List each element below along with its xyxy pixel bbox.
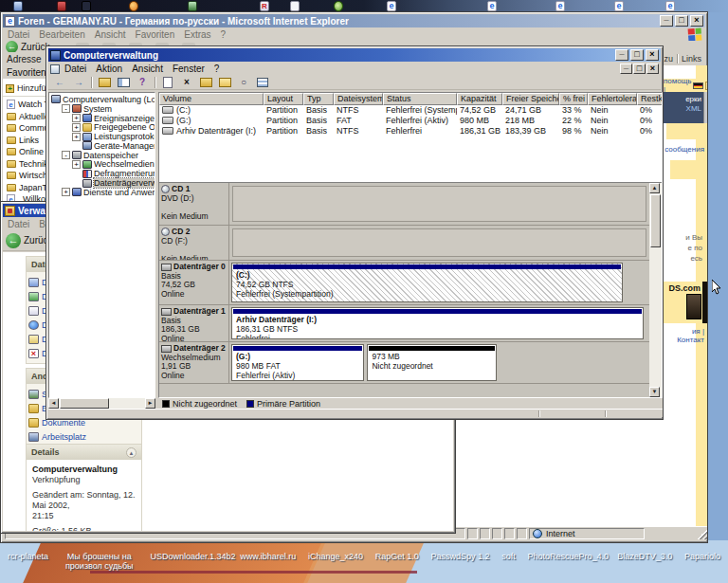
maximize-button[interactable] — [630, 49, 644, 61]
volume-row-c[interactable]: (C:)PartitionBasisNTFSFehlerfrei (System… — [159, 105, 663, 116]
menu-item-aktion[interactable]: Aktion — [91, 64, 127, 74]
banner-scrollbar[interactable] — [703, 92, 707, 123]
page-icon[interactable] — [290, 1, 300, 11]
menu-item-favoriten[interactable]: Favoriten — [131, 29, 180, 40]
menu-item-bearbeiten[interactable]: Bearbeiten — [34, 29, 89, 40]
tree-item-datentr-gerverwaltung[interactable]: Datenträgerverwaltung — [50, 178, 155, 188]
toolbar-button-find[interactable] — [235, 76, 252, 89]
close-child-button[interactable] — [646, 64, 659, 74]
toolbar-button-properties-folder[interactable] — [197, 76, 214, 89]
task-item-arbeitsplatz[interactable]: Arbeitsplatz — [28, 429, 139, 444]
partition-unallocated[interactable]: 973 MBNicht zugeordnet — [367, 344, 496, 381]
tree-item-leistungsprotokolle-und-warnungen[interactable]: +Leistungsprotokolle und Warnungen — [50, 132, 155, 141]
column-header-restkapazit-t[interactable]: Restkapazität — [637, 93, 663, 105]
desktop-icon-papariolo[interactable]: Papariolo — [684, 552, 720, 561]
column-header-freier-speicher[interactable]: Freier Speicher — [502, 93, 559, 105]
scroll-right-icon[interactable]: ► — [145, 398, 155, 409]
toolbar-button-help[interactable] — [134, 76, 151, 89]
menu-item-ansicht[interactable]: Ansicht — [90, 29, 131, 40]
ie-doc-icon[interactable] — [614, 1, 624, 11]
ie-doc-icon[interactable] — [665, 1, 675, 11]
tree-item-datenspeicher[interactable]: -Datenspeicher — [50, 151, 155, 160]
expand-toggle-icon[interactable]: + — [72, 160, 81, 169]
disk-label-datentr-ger-0[interactable]: Datenträger 0Basis74,52 GBOnline — [159, 261, 229, 304]
desktop-icon-www-ibharel-ru[interactable]: www.ibharel.ru — [240, 552, 296, 561]
maximize-button[interactable] — [675, 15, 688, 27]
desktop-icon-rapget-1-0[interactable]: RapGet 1.0 — [375, 552, 419, 561]
expand-toggle-icon[interactable]: + — [72, 114, 81, 122]
dark-app-icon[interactable] — [82, 1, 91, 11]
toolbar-button-open-folder[interactable] — [216, 76, 233, 89]
desktop-icon-photorescuepro-4-0[interactable]: PhotoRescuePro_4.0 — [527, 552, 605, 561]
realplayer-icon[interactable] — [260, 1, 269, 11]
menu-item-datei[interactable]: Datei — [3, 219, 34, 229]
messages-link[interactable]: сообщения — [663, 145, 707, 154]
minimize-button[interactable] — [660, 15, 673, 27]
expand-toggle-icon[interactable]: + — [72, 123, 81, 132]
partition-g[interactable]: (G:)980 MB FATFehlerfrei (Aktiv) — [231, 344, 364, 381]
column-header-volume[interactable]: Volume — [159, 93, 264, 105]
ie-doc-icon[interactable] — [487, 1, 497, 11]
column-header-frei[interactable]: % frei — [559, 93, 588, 105]
opera-icon[interactable] — [129, 1, 138, 11]
column-header-dateisystem[interactable]: Dateisystem — [334, 93, 383, 105]
scroll-up-icon[interactable]: ▲ — [649, 183, 660, 193]
tree-item-ereignisanzeige[interactable]: +Ereignisanzeige — [50, 114, 155, 123]
desktop-icon-blazedtv-3-0[interactable]: BlazeDTV_3.0 — [617, 552, 672, 561]
volume-row-g[interactable]: (G:)PartitionBasisFATFehlerfrei (Aktiv)9… — [159, 116, 663, 126]
german-flag-icon[interactable] — [693, 82, 703, 89]
scroll-down-icon[interactable]: ▼ — [649, 387, 660, 397]
menu-item-item[interactable]: ? — [216, 29, 231, 40]
scrollbar-thumb[interactable] — [650, 194, 661, 247]
menu-item-ansicht[interactable]: Ansicht — [127, 64, 168, 74]
column-header-fehlertoleranz[interactable]: Fehlertoleranz — [588, 93, 637, 105]
ie-doc-icon[interactable] — [555, 1, 565, 11]
menu-item-fenster[interactable]: Fenster — [168, 64, 209, 74]
partition-arhiv-datentr-ger-i[interactable]: Arhiv Datenträger (I:)186,31 GB NTFSFehl… — [231, 307, 644, 339]
disk-label-cd-1[interactable]: CD 1DVD (D:) Kein Medium — [159, 183, 229, 225]
minimize-child-button[interactable] — [620, 64, 632, 74]
details-header[interactable]: Details — [27, 445, 141, 460]
ie-doc-icon[interactable] — [387, 1, 396, 11]
tree-item-wechselmedien[interactable]: +Wechselmedien — [50, 160, 155, 170]
contact-link[interactable]: ия | Контакт — [663, 327, 707, 344]
volume-row-arhiv-datentr-ger-i[interactable]: Arhiv Datenträger (I:)PartitionBasisNTFS… — [159, 126, 663, 137]
toolbar-button-page[interactable] — [159, 76, 176, 89]
tree-item-ger-te-manager[interactable]: Geräte-Manager — [50, 141, 155, 151]
tree-horizontal-scrollbar[interactable]: ◄ ► — [48, 398, 155, 409]
desktop-icon-мы-брошены-на-произвол-судьбы[interactable]: Мы брошены на произвол судьбы — [61, 552, 138, 571]
toolbar-button-back[interactable] — [51, 76, 68, 89]
tree-item-freigegebene-ordner[interactable]: +Freigegebene Ordner — [50, 122, 155, 132]
close-button[interactable] — [646, 49, 659, 61]
collapse-toggle-icon[interactable]: - — [62, 151, 70, 159]
column-header-typ[interactable]: Typ — [303, 93, 334, 105]
expand-toggle-icon[interactable]: + — [62, 188, 70, 196]
desktop-icon-soft[interactable]: soft — [501, 552, 516, 561]
column-header-layout[interactable]: Layout — [264, 93, 303, 105]
disk-label-datentr-ger-2[interactable]: Datenträger 2Wechselmedium1,91 GBOnline — [159, 342, 229, 383]
menu-item-datei[interactable]: Datei — [60, 64, 91, 74]
toolbar-button-forward[interactable] — [70, 76, 87, 89]
menu-item-item[interactable]: ? — [209, 64, 225, 74]
photo-icon[interactable] — [188, 1, 197, 11]
collapse-toggle-icon[interactable]: - — [62, 104, 70, 113]
toolbar-button-tree-toggle[interactable] — [115, 76, 132, 89]
column-header-status[interactable]: Status — [383, 93, 457, 105]
toolbar-button-report[interactable] — [254, 76, 271, 89]
menu-item-datei[interactable]: Datei — [3, 29, 34, 40]
desktop-icon-rcr-planeta[interactable]: rcr-planeta — [8, 552, 48, 561]
red-book-icon[interactable] — [57, 1, 66, 11]
vertical-scrollbar[interactable]: ▲ ▼ — [649, 183, 662, 397]
minimize-button[interactable] — [615, 49, 628, 61]
desktop-icon-ichange-x240[interactable]: iChange_x240 — [308, 552, 363, 561]
desktop-icon-passwdspy-1-2[interactable]: PasswdSpy 1.2 — [430, 552, 489, 561]
resize-grip[interactable] — [697, 529, 707, 539]
icq-flower-icon[interactable] — [334, 1, 343, 11]
partition-c[interactable]: (C:)74,52 GB NTFSFehlerfrei (Systemparti… — [231, 263, 623, 302]
mmc-title-bar[interactable]: Computerverwaltung — [48, 48, 661, 62]
tree-item-system[interactable]: -System — [50, 104, 155, 114]
restore-child-button[interactable] — [633, 64, 646, 74]
links-bar[interactable]: Links — [682, 54, 701, 64]
column-header-kapazit-t[interactable]: Kapazität — [457, 93, 502, 105]
desktop-icon-usdownloader-1-34b2[interactable]: USDownloader.1.34b2 — [150, 552, 228, 561]
